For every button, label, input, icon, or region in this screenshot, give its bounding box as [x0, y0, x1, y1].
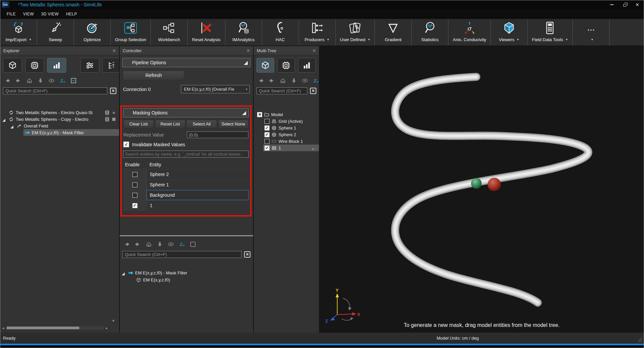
close-button[interactable]: ×: [631, 0, 644, 9]
explorer-simulation-chip-button[interactable]: [25, 58, 44, 73]
back-icon[interactable]: [4, 78, 10, 84]
sphere-green[interactable]: [471, 178, 482, 189]
horizontal-scrollbar[interactable]: ◂ ▸: [2, 326, 108, 330]
entity-name-cell[interactable]: 1: [146, 200, 249, 210]
close-icon[interactable]: ✕: [246, 48, 250, 53]
back-icon[interactable]: [124, 241, 130, 247]
toolbar-hac-button[interactable]: HAC: [262, 19, 299, 46]
multitree-model-cube-button[interactable]: [256, 58, 274, 73]
multitree-simulation-chip-button[interactable]: [277, 58, 295, 73]
multitree-analysis-chart-button[interactable]: [298, 58, 316, 73]
close-icon[interactable]: ✕: [112, 48, 116, 53]
scroll-left-icon[interactable]: ◂: [2, 326, 4, 330]
menu-file[interactable]: FILE: [3, 12, 19, 16]
toolbar-gradient-button[interactable]: Gradient: [375, 19, 412, 46]
eye-icon[interactable]: [302, 78, 308, 84]
entity-enable-checkbox[interactable]: [132, 182, 137, 187]
clear-search-button[interactable]: ✕: [244, 251, 250, 258]
scroll-right-icon[interactable]: ▸: [106, 326, 108, 330]
tree-row-wire-block-1[interactable]: Wire Block 1: [254, 138, 319, 145]
tree-row-em-e-x-y-z-f0-mask-filter[interactable]: EM E(x,y,z,f0) - Mask Filter: [0, 129, 119, 136]
clear-search-button[interactable]: ✕: [310, 88, 316, 94]
collapse-chevron-icon[interactable]: ▼: [112, 319, 115, 323]
toolbar-group-selection-button[interactable]: Group Selection: [111, 19, 151, 46]
tree-row-em-e-x-y-z-f0-mask-filter[interactable]: EM E(x,y,z,f0) - Mask Filter: [120, 269, 253, 276]
entity-enable-checkbox[interactable]: [132, 193, 137, 198]
explorer-filter-sliders-button[interactable]: [80, 58, 99, 73]
explorer-analysis-chart-button[interactable]: [47, 58, 66, 73]
down-arrow-icon[interactable]: [291, 78, 297, 84]
forward-icon[interactable]: [269, 78, 275, 84]
toolbar-sweep-button[interactable]: Sweep: [37, 19, 74, 46]
box-icon[interactable]: [190, 241, 196, 247]
toolbar-more-button[interactable]: ▼: [573, 19, 610, 46]
entity-name-cell[interactable]: Sphere 1: [146, 180, 249, 190]
zoom-z-icon[interactable]: Z: [179, 241, 185, 247]
checkbox[interactable]: [264, 146, 270, 151]
checkbox[interactable]: [264, 125, 270, 130]
select-all-button[interactable]: Select All: [187, 120, 217, 128]
down-arrow-icon[interactable]: [37, 78, 43, 84]
menu-3d-view[interactable]: 3D VIEW: [37, 12, 62, 16]
pipeline-options-section[interactable]: Pipeline Options: [122, 58, 250, 67]
toolbar-reset-analysis-button[interactable]: Reset Analysis: [188, 19, 225, 46]
zoom-z-icon[interactable]: Z: [60, 78, 66, 84]
tree-row-model[interactable]: Model: [254, 111, 319, 118]
toolbar-viewers-button[interactable]: Viewers▼: [491, 19, 528, 46]
tree-row-two-metallic-spheres-electro-quasi-st[interactable]: Two Metallic Spheres - Electro Quasi-St: [0, 109, 119, 116]
toolbar-imp-export-button[interactable]: Imp/Export▼: [0, 19, 37, 46]
viewport-3d[interactable]: Y X Z To generate a new mask, drag model…: [320, 46, 644, 333]
toolbar-field-data-tools-button[interactable]: Field Data Tools▼: [528, 19, 573, 46]
tree-row-sphere-2[interactable]: Sphere 2: [254, 131, 319, 138]
minimize-button[interactable]: [606, 0, 618, 9]
home-icon[interactable]: [26, 78, 32, 84]
explorer-model-cube-button[interactable]: [3, 58, 22, 73]
menu-help[interactable]: HELP: [62, 12, 81, 16]
refresh-button[interactable]: Refresh: [123, 71, 184, 80]
close-icon[interactable]: ✕: [312, 48, 316, 53]
tree-row-sphere-1[interactable]: Sphere 1: [254, 124, 319, 131]
entity-enable-checkbox[interactable]: [132, 203, 137, 208]
entity-name-cell[interactable]: Background: [146, 190, 249, 200]
entity-name-cell[interactable]: Sphere 2: [146, 169, 249, 179]
back-icon[interactable]: [258, 78, 264, 84]
checkbox[interactable]: [264, 119, 270, 124]
invalidate-checkbox[interactable]: [123, 142, 129, 147]
masking-options-section[interactable]: Masking Options: [123, 108, 249, 117]
home-icon[interactable]: [146, 241, 152, 247]
reset-list-button[interactable]: Reset List: [155, 120, 186, 128]
explorer-search-input[interactable]: [3, 87, 107, 94]
checkbox[interactable]: [264, 139, 270, 144]
replacement-value-input[interactable]: [187, 132, 248, 138]
zoom-z-icon[interactable]: Z: [313, 78, 319, 84]
tree-row-overall-field[interactable]: Overall Field: [0, 122, 119, 129]
eye-icon[interactable]: [48, 78, 55, 84]
multi-tree-search-input[interactable]: [256, 87, 307, 94]
boxminus-icon[interactable]: [71, 78, 77, 84]
connection-dropdown[interactable]: EM E(x,y,z,f0) [Overall Fie ▼: [181, 85, 250, 93]
expander-icon[interactable]: [122, 270, 127, 275]
maximize-button[interactable]: [618, 0, 631, 9]
toolbar-producers-button[interactable]: Producers▼: [299, 19, 336, 46]
toolbar-anis-conducivity-button[interactable]: σAnis. Conducivity: [448, 19, 491, 46]
home-icon[interactable]: [280, 78, 286, 84]
down-arrow-icon[interactable]: [157, 241, 163, 247]
entity-search-input[interactable]: [123, 151, 249, 158]
checkbox[interactable]: [257, 112, 262, 117]
tree-row-1[interactable]: 1←: [254, 145, 319, 151]
tree-row-two-metallic-spheres-copy-electro[interactable]: Two Metallic Spheres - Copy - Electro: [0, 116, 119, 122]
scrollbar-track[interactable]: [6, 326, 104, 330]
explorer-tree-structure-button[interactable]: [102, 58, 119, 73]
clear-list-button[interactable]: Clear List: [123, 120, 154, 128]
clear-search-button[interactable]: ✕: [110, 88, 116, 94]
scrollbar-handle[interactable]: [7, 327, 80, 329]
checkbox[interactable]: [264, 132, 270, 137]
expander-icon[interactable]: [2, 117, 7, 122]
entity-enable-checkbox[interactable]: [132, 172, 137, 177]
sphere-red[interactable]: [488, 178, 501, 191]
resize-grip[interactable]: [637, 337, 642, 342]
tree-row-grid-active[interactable]: Grid (Active): [254, 118, 319, 124]
eye-icon[interactable]: [168, 241, 174, 247]
forward-icon[interactable]: [15, 78, 21, 84]
select-none-button[interactable]: Select None: [218, 120, 249, 128]
